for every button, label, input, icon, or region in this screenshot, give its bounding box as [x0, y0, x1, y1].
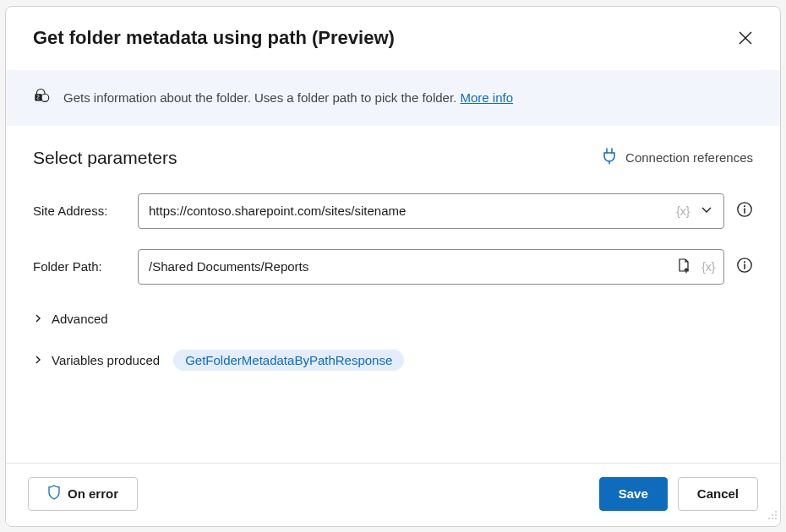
dialog-footer: On error Save Cancel: [6, 463, 780, 526]
dialog: Get folder metadata using path (Preview)…: [5, 6, 781, 527]
info-banner: Gets information about the folder. Uses …: [6, 70, 780, 126]
banner-text: Gets information about the folder. Uses …: [63, 90, 513, 105]
chevron-right-icon: [33, 312, 43, 326]
folder-path-info-button[interactable]: [736, 257, 753, 277]
folder-path-label: Folder Path:: [33, 259, 126, 274]
variable-pill[interactable]: GetFolderMetadataByPathResponse: [173, 350, 404, 371]
footer-left: On error: [28, 477, 138, 511]
folder-path-actions: {x}: [673, 253, 717, 280]
svg-point-17: [768, 518, 770, 519]
folder-path-input-wrap: {x}: [138, 249, 724, 285]
shield-icon: [47, 485, 61, 502]
variables-produced-label: Variables produced: [52, 353, 160, 367]
close-button[interactable]: [734, 27, 756, 52]
connection-references-label: Connection references: [625, 150, 753, 165]
svg-point-18: [772, 518, 773, 519]
more-info-link[interactable]: More info: [460, 90, 513, 105]
site-address-label: Site Address:: [33, 204, 126, 218]
advanced-label: Advanced: [52, 312, 108, 326]
svg-point-3: [41, 94, 49, 101]
variable-token-icon[interactable]: {x}: [674, 202, 691, 220]
site-address-dropdown-button[interactable]: [696, 199, 717, 222]
resize-grip-icon[interactable]: [767, 509, 778, 524]
info-icon: [736, 201, 753, 218]
site-address-input-wrap: {x}: [138, 193, 724, 229]
footer-right: Save Cancel: [599, 477, 758, 511]
site-address-input[interactable]: [149, 204, 674, 218]
connection-references-button[interactable]: Connection references: [602, 148, 753, 167]
section-title: Select parameters: [33, 148, 177, 168]
svg-point-14: [775, 511, 777, 513]
param-row-folder-path: Folder Path: {x}: [33, 249, 753, 285]
section-header-row: Select parameters Connection references: [33, 148, 753, 168]
plug-icon: [602, 148, 617, 167]
banner-description: Gets information about the folder. Uses …: [63, 90, 460, 105]
save-label: Save: [619, 486, 648, 501]
advanced-expander[interactable]: Advanced: [33, 312, 753, 326]
svg-point-12: [744, 261, 745, 263]
site-address-actions: {x}: [674, 199, 717, 222]
site-address-info-button[interactable]: [736, 201, 753, 221]
svg-point-19: [775, 518, 777, 519]
svg-point-9: [744, 205, 745, 207]
save-button[interactable]: Save: [599, 477, 668, 511]
close-icon: [738, 30, 753, 48]
chevron-down-icon: [700, 203, 713, 219]
chevron-right-icon: [33, 353, 43, 367]
sharepoint-icon: [33, 87, 52, 109]
svg-point-15: [772, 514, 773, 516]
folder-path-input[interactable]: [149, 259, 673, 274]
dialog-content: Select parameters Connection references …: [6, 126, 780, 463]
dialog-header: Get folder metadata using path (Preview): [6, 7, 780, 70]
cancel-label: Cancel: [697, 486, 739, 501]
cancel-button[interactable]: Cancel: [678, 477, 758, 511]
svg-point-16: [775, 514, 777, 516]
on-error-label: On error: [68, 486, 118, 501]
dialog-title: Get folder metadata using path (Preview): [33, 27, 395, 49]
info-icon: [736, 257, 753, 274]
on-error-button[interactable]: On error: [28, 477, 138, 511]
folder-picker-button[interactable]: [673, 253, 695, 280]
variable-token-icon[interactable]: {x}: [700, 258, 717, 275]
param-row-site-address: Site Address: {x}: [33, 193, 753, 229]
variables-produced-expander[interactable]: Variables produced GetFolderMetadataByPa…: [33, 350, 753, 371]
folder-picker-icon: [676, 257, 691, 276]
